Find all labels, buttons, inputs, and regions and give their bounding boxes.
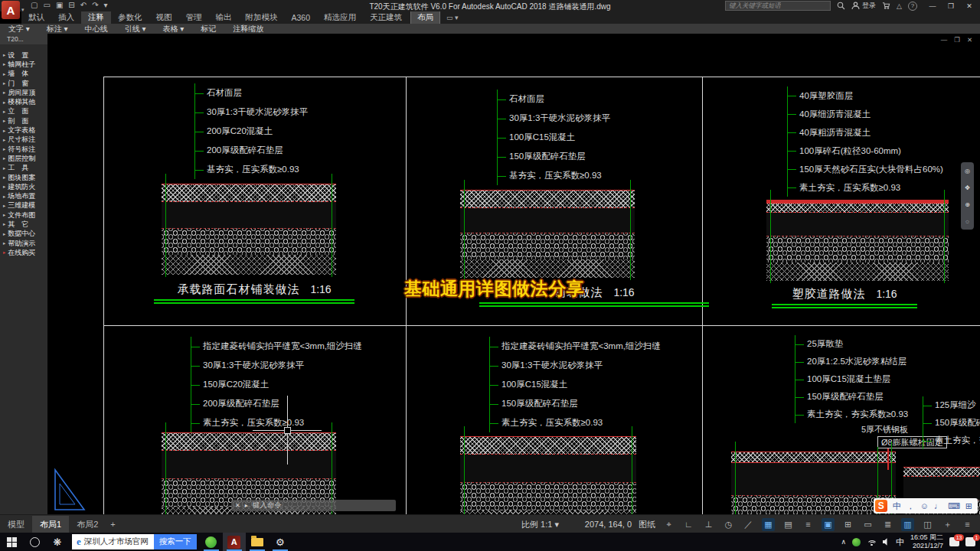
grid-icon[interactable]: ⌖ xyxy=(662,518,675,531)
ribbon-display-toggle-icon[interactable]: ▭ ▾ xyxy=(446,14,459,21)
tab-addins[interactable]: 附加模块 xyxy=(239,11,285,24)
dwg-restore-icon[interactable]: ❐ xyxy=(954,36,960,44)
navigation-bar[interactable]: ◎ ✥ ⊕ ◌ xyxy=(961,162,974,230)
transparency-icon[interactable]: ≡ xyxy=(802,518,815,531)
palette-menu-item[interactable]: ▸ 图块图案 xyxy=(0,173,47,182)
customization-menu-icon[interactable]: ≡ xyxy=(961,518,974,531)
new-layout-button[interactable]: + xyxy=(106,517,119,532)
palette-menu-item[interactable]: ▸ 剖 面 xyxy=(0,116,47,126)
palette-menu-item[interactable]: ▸ 工 具 xyxy=(0,164,47,173)
dynamic-ucs-icon[interactable]: ▭ xyxy=(861,518,874,531)
alert-icon[interactable]: △ xyxy=(897,2,902,10)
palette-menu-item[interactable]: ▸ 符号标注 xyxy=(0,145,47,154)
steering-wheel-icon[interactable]: ◎ xyxy=(965,168,970,174)
punctuation-icon[interactable]: ， xyxy=(906,502,915,510)
palette-menu-item[interactable]: ▸ 房间屋顶 xyxy=(0,88,47,97)
help-icon[interactable]: ? xyxy=(908,2,917,11)
start-button[interactable] xyxy=(0,533,23,551)
paper-space-button[interactable]: 图纸 xyxy=(639,519,655,530)
notification-icon-1[interactable]: 13 xyxy=(949,537,959,546)
ribbon-panel-label[interactable]: 标记 xyxy=(192,24,224,34)
palette-menu-item[interactable]: ▸ 文字表格 xyxy=(0,126,47,135)
pan-icon[interactable]: ✥ xyxy=(965,184,970,191)
annotation-visibility-icon[interactable]: ◫ xyxy=(921,518,934,531)
clock[interactable]: 16:05 周二 2021/12/7 xyxy=(910,533,943,551)
tab-insert[interactable]: 插入 xyxy=(51,11,81,24)
annotation-scale-button[interactable]: 比例 1:1 ▾ xyxy=(521,519,559,530)
app-menu-button[interactable]: A xyxy=(2,1,20,19)
cortana-button[interactable] xyxy=(23,533,46,551)
toolbox-icon[interactable]: ⊞ xyxy=(965,502,972,510)
palette-menu-item[interactable]: ▸ 墙 体 xyxy=(0,70,47,79)
palette-menu-item[interactable]: ▸ 立 面 xyxy=(0,107,47,116)
tab-default[interactable]: 默认 xyxy=(21,11,51,24)
ribbon-panel-label[interactable]: 引线 ▾ xyxy=(116,24,155,34)
cart-icon[interactable] xyxy=(882,2,890,10)
selection-cycling-icon[interactable]: ▣ xyxy=(822,518,835,531)
palette-menu-item[interactable]: ▸ 场地布置 xyxy=(0,191,47,201)
tab-tianzheng[interactable]: 天正建筑 xyxy=(363,11,409,24)
tab-annotate[interactable]: 注释 xyxy=(81,11,111,24)
palette-menu-item[interactable]: ▸ 数据中心 xyxy=(0,230,47,239)
ribbon-panel-label[interactable]: 注释缩放 xyxy=(224,24,272,34)
tab-layout2[interactable]: 布局2 xyxy=(69,516,106,533)
dwg-minimize-icon[interactable]: — xyxy=(941,36,948,44)
osnap-icon[interactable]: ▦ xyxy=(762,518,775,531)
ribbon-panel-label[interactable]: 表格 ▾ xyxy=(154,24,192,34)
sogou-logo-icon[interactable]: S xyxy=(875,500,887,512)
taskbar-app-explorer[interactable] xyxy=(246,533,269,551)
palette-menu-item[interactable]: ▸ 尺寸标注 xyxy=(0,135,47,145)
3dosnap-icon[interactable]: ⊞ xyxy=(841,518,854,531)
command-line[interactable]: ✕ ▸ 键入命令 xyxy=(231,500,396,511)
volume-icon[interactable] xyxy=(883,538,890,546)
palette-menu-item[interactable]: ▸ 其 它 xyxy=(0,220,47,229)
isodraft-icon[interactable]: ／ xyxy=(742,518,755,531)
palette-menu-item[interactable]: ▸ 建筑防火 xyxy=(0,182,47,191)
palette-tab[interactable]: T20... xyxy=(0,34,47,44)
palette-menu-item[interactable]: ▸ 三维建模 xyxy=(0,201,47,210)
browser-pinwheel-button[interactable]: ❋ xyxy=(46,533,69,551)
quick-properties-icon[interactable]: ▥ xyxy=(901,518,914,531)
taskbar-search-button[interactable]: 搜索一下 xyxy=(154,534,197,549)
palette-menu-item[interactable]: ▸ 在线购买 xyxy=(0,248,47,257)
ime-mode-toggle[interactable]: 中 xyxy=(893,502,901,510)
emoji-icon[interactable]: ☺ xyxy=(920,502,929,510)
notification-icon-2[interactable]: 1 xyxy=(965,537,975,546)
tab-output[interactable]: 输出 xyxy=(209,11,239,24)
palette-menu-item[interactable]: ▸ 图层控制 xyxy=(0,154,47,163)
palette-menu-item[interactable]: ▸ 文件布图 xyxy=(0,210,47,220)
polar-icon[interactable]: ◷ xyxy=(722,518,735,531)
ime-indicator[interactable]: 中 xyxy=(896,536,904,548)
close-button[interactable]: ✕ xyxy=(960,2,978,10)
voice-icon[interactable]: ♩ xyxy=(934,502,942,510)
tab-manage[interactable]: 管理 xyxy=(179,11,209,24)
taskbar-search-box[interactable]: e 深圳人才市场官网 搜索一下 xyxy=(72,534,197,549)
tab-view[interactable]: 视图 xyxy=(149,11,179,24)
restore-button[interactable]: ❐ xyxy=(942,2,960,10)
workspace-icon[interactable]: ＋ xyxy=(941,518,954,531)
minimize-button[interactable]: — xyxy=(923,2,942,10)
palette-menu-item[interactable]: ▸ 楼梯其他 xyxy=(0,97,47,106)
close-icon[interactable]: ✕ xyxy=(235,502,240,509)
taskbar-app-settings[interactable]: ⚙ xyxy=(269,533,292,551)
ortho-icon[interactable]: ⊥ xyxy=(702,518,715,531)
sign-in-button[interactable]: 登录 xyxy=(851,1,876,11)
customize-icon[interactable]: ▸ xyxy=(245,502,248,509)
orbit-icon[interactable]: ◌ xyxy=(965,218,969,225)
palette-menu-item[interactable]: ▸ 门 窗 xyxy=(0,79,47,88)
palette-menu-item[interactable]: ▸ 帮助演示 xyxy=(0,239,47,248)
search-icon[interactable] xyxy=(837,2,845,10)
lineweight-icon[interactable]: ▤ xyxy=(782,518,795,531)
tab-parametric[interactable]: 参数化 xyxy=(111,11,149,24)
tab-layout[interactable]: 布局 xyxy=(410,11,440,24)
dwg-close-icon[interactable]: ✕ xyxy=(967,36,972,44)
tab-a360[interactable]: A360 xyxy=(285,11,318,24)
taskbar-app-green[interactable] xyxy=(200,533,223,551)
ribbon-panel-label[interactable]: 中心线 xyxy=(77,24,116,34)
dynamic-input-icon[interactable]: ≣ xyxy=(881,518,894,531)
snap-icon[interactable]: ∟ xyxy=(682,518,695,531)
help-search-input[interactable]: 键入关键字或短语 xyxy=(725,1,831,11)
tray-green-icon[interactable] xyxy=(852,538,861,546)
palette-menu-item[interactable]: ▸ 设 置 xyxy=(0,51,47,60)
ribbon-panel-label[interactable]: 标注 ▾ xyxy=(38,24,77,34)
